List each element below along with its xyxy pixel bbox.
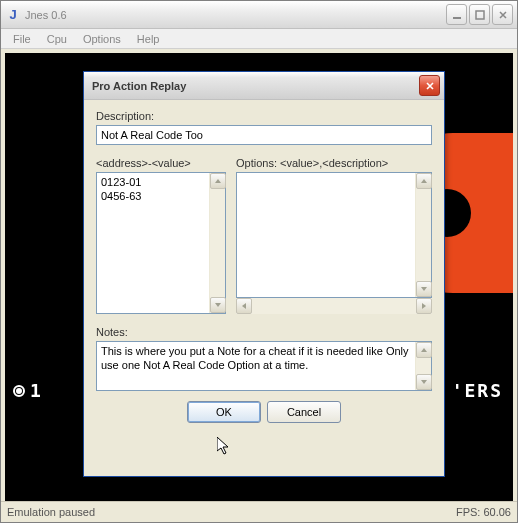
cancel-button[interactable]: Cancel <box>267 401 341 423</box>
notes-text: This is where you put a Note for a cheat… <box>97 342 415 390</box>
menu-file[interactable]: File <box>5 31 39 47</box>
menu-help[interactable]: Help <box>129 31 168 47</box>
scroll-down-icon[interactable] <box>210 297 226 313</box>
scroll-track[interactable] <box>416 358 431 374</box>
notes-label: Notes: <box>96 326 432 338</box>
main-titlebar: J Jnes 0.6 <box>1 1 517 29</box>
minimize-button[interactable] <box>446 4 467 25</box>
window-title: Jnes 0.6 <box>25 9 446 21</box>
menu-options[interactable]: Options <box>75 31 129 47</box>
scrollbar-vertical[interactable] <box>415 173 431 297</box>
list-item[interactable]: 0123-01 <box>101 175 205 189</box>
app-icon: J <box>5 7 21 23</box>
status-fps: FPS: 60.06 <box>456 506 511 518</box>
maximize-button[interactable] <box>469 4 490 25</box>
scrollbar-horizontal[interactable] <box>236 298 432 314</box>
game-text-left: 1 <box>30 380 43 401</box>
description-label: Description: <box>96 110 432 122</box>
options-listbox[interactable] <box>236 172 432 298</box>
game-text-right: 'ERS <box>452 380 503 401</box>
status-bar: Emulation paused FPS: 60.06 <box>1 501 517 522</box>
scroll-up-icon[interactable] <box>210 173 226 189</box>
scroll-track[interactable] <box>252 298 416 314</box>
close-button[interactable] <box>492 4 513 25</box>
scroll-up-icon[interactable] <box>416 173 432 189</box>
scroll-track[interactable] <box>210 189 225 297</box>
codes-listbox[interactable]: 0123-01 0456-63 <box>96 172 226 314</box>
scroll-track[interactable] <box>416 189 431 281</box>
game-radio-icon <box>13 385 25 397</box>
list-header: <address>-<value> <box>96 157 226 169</box>
description-input[interactable] <box>96 125 432 145</box>
dialog-title: Pro Action Replay <box>88 80 419 92</box>
dialog-pro-action-replay: Pro Action Replay Description: <address>… <box>83 71 445 477</box>
scroll-down-icon[interactable] <box>416 374 432 390</box>
menubar: File Cpu Options Help <box>1 29 517 49</box>
list-item[interactable]: 0456-63 <box>101 189 205 203</box>
scroll-up-icon[interactable] <box>416 342 432 358</box>
scroll-left-icon[interactable] <box>236 298 252 314</box>
svg-rect-0 <box>453 17 461 19</box>
dialog-titlebar[interactable]: Pro Action Replay <box>84 72 444 100</box>
svg-rect-1 <box>476 11 484 19</box>
status-left: Emulation paused <box>7 506 456 518</box>
menu-cpu[interactable]: Cpu <box>39 31 75 47</box>
notes-textarea[interactable]: This is where you put a Note for a cheat… <box>96 341 432 391</box>
options-header: Options: <value>,<description> <box>236 157 432 169</box>
ok-button[interactable]: OK <box>187 401 261 423</box>
scroll-down-icon[interactable] <box>416 281 432 297</box>
scrollbar-vertical[interactable] <box>209 173 225 313</box>
close-icon[interactable] <box>419 75 440 96</box>
scrollbar-vertical[interactable] <box>415 342 431 390</box>
window-controls <box>446 4 513 25</box>
scroll-right-icon[interactable] <box>416 298 432 314</box>
